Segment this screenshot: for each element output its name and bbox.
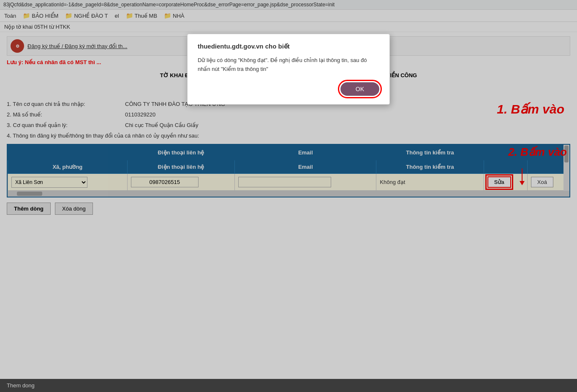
modal-overlay: thuedientu.gdt.gov.vn cho biết Dữ liệu c… — [0, 0, 577, 224]
modal-title: thuedientu.gdt.gov.vn cho biết — [198, 43, 379, 50]
modal-footer: OK — [198, 82, 379, 96]
ok-button[interactable]: OK — [340, 82, 379, 96]
modal-box: thuedientu.gdt.gov.vn cho biết Dữ liệu c… — [187, 34, 390, 105]
modal-body: Dữ liệu có dòng "Không đạt". Đề nghị điề… — [198, 56, 379, 74]
